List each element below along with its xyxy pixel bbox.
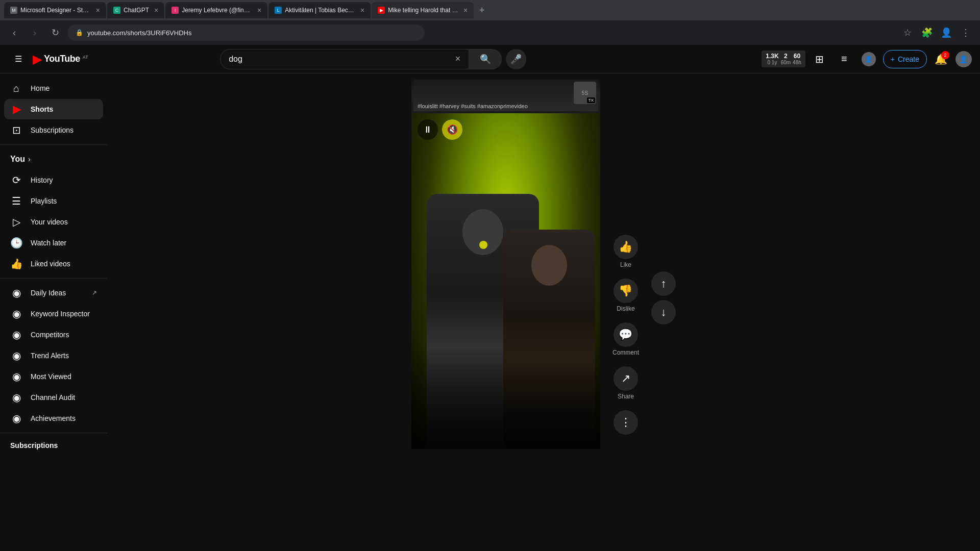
create-button[interactable]: + Create [883,50,927,68]
stats-label: 60m [781,60,791,65]
sidebar-item-subscriptions[interactable]: ⊡ Subscriptions [4,120,103,140]
sidebar-item-home[interactable]: ⌂ Home [4,78,103,98]
tab-close-icon[interactable]: × [154,6,158,14]
sidebar-item-label: Shorts [31,105,53,113]
stats-value: 2 [784,53,788,60]
list-icon: ≡ [841,53,847,65]
youtube-logo-text: YouTube [44,54,80,64]
comment-label: Comment [612,349,639,356]
dislike-button[interactable]: 👎 Dislike [609,274,642,316]
sidebar-item-label: Competitors [31,331,69,339]
menu-button[interactable]: ⋮ [958,24,974,41]
pause-button[interactable]: ⏸ [418,119,438,140]
daily-ideas-icon: ◉ [10,287,22,299]
prev-short-strip: #louislitt #harvey #suits #amazonprimevi… [411,78,600,113]
video-dark-overlay [411,347,600,449]
sidebar-item-competitors[interactable]: ◉ Competitors [4,324,103,345]
stats-widget: 1.3K 0 1y 2 60m 60 48h [762,51,805,67]
sidebar-divider-2 [0,278,107,279]
forward-button[interactable]: › [27,24,43,41]
sidebar-item-playlists[interactable]: ☰ Playlists [4,191,103,211]
tab-close-icon[interactable]: × [360,6,364,14]
watch-later-icon: 🕒 [10,237,22,249]
grid-view-button[interactable]: ⊞ [810,49,830,69]
like-label: Like [620,261,631,268]
user-avatar[interactable]: 👤 [955,51,972,67]
chevron-right-icon: › [28,155,31,163]
tab-aktivitaeten[interactable]: L Aktivitäten | Tobias Becker | Lin... × [268,2,371,18]
prev-video-button[interactable]: ↑ [651,271,676,296]
sidebar-toggle-button[interactable]: ☰ [8,49,29,69]
profile-icon-button[interactable]: 👤 [859,49,879,69]
tab-jeremy[interactable]: I Jeremy Lefebvre (@financialec... × [165,2,267,18]
sidebar-item-label: Subscriptions [31,126,74,134]
sidebar-item-channel-audit[interactable]: ◉ Channel Audit [4,387,103,408]
thumbs-down-icon: 👎 [619,284,632,297]
sidebar-item-your-videos[interactable]: ▷ Your videos [4,212,103,232]
list-view-button[interactable]: ≡ [834,49,854,69]
tab-close-icon[interactable]: × [463,6,468,14]
sidebar-item-liked-videos[interactable]: 👍 Liked videos [4,254,103,274]
youtube-logo[interactable]: ▶ YouTube AT [33,52,88,66]
sidebar-item-history[interactable]: ⟳ History [4,170,103,190]
address-input[interactable]: 🔒 youtube.com/shorts/3URiF6VHDHs [67,24,425,41]
sidebar-item-label: Channel Audit [31,393,75,402]
yt-body: ⌂ Home ▶ Shorts ⊡ Subscriptions You › ⟳ … [0,73,980,551]
more-options-button[interactable]: ⋮ [609,406,642,439]
share-icon: ↗ [621,372,630,385]
comment-button[interactable]: 💬 Comment [608,318,643,360]
tab-close-icon[interactable]: × [257,6,261,14]
tab-microsoft-designer[interactable]: M Microsoft Designer - Stunning × [4,2,106,18]
sidebar-divider [0,144,107,145]
prev-strip-bg: #louislitt #harvey #suits #amazonprimevi… [411,78,600,113]
bookmark-button[interactable]: ☆ [899,24,916,41]
share-button[interactable]: ↗ Share [609,362,642,404]
mute-button[interactable]: 🔇 [442,119,462,140]
sidebar: ⌂ Home ▶ Shorts ⊡ Subscriptions You › ⟳ … [0,73,107,551]
like-icon-circle: 👍 [614,235,638,259]
sidebar-item-keyword-inspector[interactable]: ◉ Keyword Inspector [4,304,103,324]
sidebar-divider-3 [0,433,107,433]
shorts-navigation: ↑ ↓ [651,78,676,324]
extensions-button[interactable]: 🧩 [919,24,935,41]
voice-search-button[interactable]: 🎤 [506,49,526,69]
address-bar: ‹ › ↻ 🔒 youtube.com/shorts/3URiF6VHDHs ☆… [0,20,980,45]
sidebar-item-trend-alerts[interactable]: ◉ Trend Alerts [4,345,103,366]
create-label: Create [898,55,919,63]
prev-video-thumbnail: 5S TX [574,82,596,104]
tab-chatgpt[interactable]: C ChatGPT × [107,2,164,18]
sidebar-you-section[interactable]: You › [4,149,103,169]
shorts-action-buttons: 👍 Like 👎 Dislike 💬 Comme [608,78,643,439]
shorts-video[interactable]: ⏸ 🔇 [411,113,600,449]
tab-close-icon[interactable]: × [96,6,100,14]
tab-youtube-active[interactable]: ▶ Mike telling Harold that he... × [372,2,474,18]
next-video-button[interactable]: ↓ [651,300,676,324]
stats-value: 60 [794,53,800,60]
tab-label: Aktivitäten | Tobias Becker | Lin... [285,7,355,14]
sidebar-item-achievements[interactable]: ◉ Achievements [4,408,103,429]
stats-col-60: 60 48h [793,53,801,65]
sidebar-item-label: Trend Alerts [31,352,69,360]
sidebar-item-watch-later[interactable]: 🕒 Watch later [4,233,103,253]
search-input-wrap[interactable]: × [220,49,469,69]
reload-button[interactable]: ↻ [47,24,63,41]
profile-button[interactable]: 👤 [938,24,954,41]
sidebar-item-shorts[interactable]: ▶ Shorts [4,99,103,119]
search-clear-icon[interactable]: × [455,54,461,64]
sidebar-item-most-viewed[interactable]: ◉ Most Viewed [4,366,103,387]
dislike-label: Dislike [617,305,634,312]
notifications-button[interactable]: 🔔 2 [931,49,951,69]
search-submit-button[interactable]: 🔍 [469,49,502,69]
mute-icon: 🔇 [447,124,458,135]
back-button[interactable]: ‹ [6,24,22,41]
sidebar-item-label: Achievements [31,414,76,422]
new-tab-button[interactable]: + [475,3,489,17]
most-viewed-icon: ◉ [10,370,22,383]
sidebar-item-daily-ideas[interactable]: ◉ Daily Ideas ↗ [4,283,103,303]
sidebar-item-label: Watch later [31,239,66,247]
more-icon-circle: ⋮ [614,410,638,435]
thumbs-up-icon: 👍 [619,240,632,254]
search-input[interactable] [229,55,455,64]
arrow-up-icon: ↑ [661,277,667,290]
like-button[interactable]: 👍 Like [609,231,642,272]
